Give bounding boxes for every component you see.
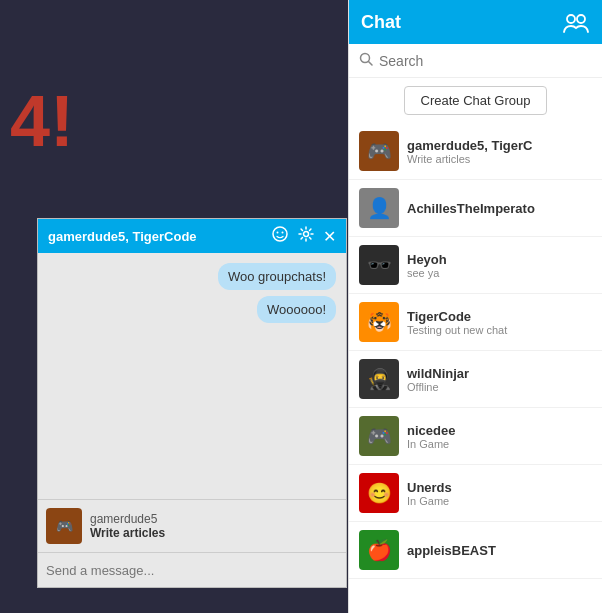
chat-item[interactable]: 🎮 nicedee In Game — [349, 408, 602, 465]
chat-info: nicedee In Game — [407, 423, 592, 450]
chat-panel: Chat Create Chat Group 🎮 gamerdude5, — [348, 0, 602, 613]
chat-item[interactable]: 🎮 gamerdude5, TigerC Write articles — [349, 123, 602, 180]
avatar: 👤 — [359, 188, 399, 228]
chat-info: AchillesTheImperato — [407, 201, 592, 216]
chat-window-header: gamerdude5, TigerCode ✕ — [38, 219, 346, 253]
search-input[interactable] — [379, 53, 592, 69]
chat-status: Write articles — [407, 153, 592, 165]
user-status: Write articles — [90, 526, 165, 540]
chat-status: Offline — [407, 381, 592, 393]
settings-icon[interactable] — [297, 225, 315, 247]
search-icon — [359, 52, 373, 69]
chat-name: AchillesTheImperato — [407, 201, 592, 216]
chat-status: see ya — [407, 267, 592, 279]
chat-name: wildNinjar — [407, 366, 592, 381]
chat-item[interactable]: 😊 Unerds In Game — [349, 465, 602, 522]
chat-info: appleisBEAST — [407, 543, 592, 558]
group-chat-icon[interactable] — [562, 8, 590, 36]
create-chat-group-button[interactable]: Create Chat Group — [404, 86, 548, 115]
close-icon[interactable]: ✕ — [323, 227, 336, 246]
svg-point-1 — [277, 232, 279, 234]
chat-window: gamerdude5, TigerCode ✕ Woo groupchats! — [37, 218, 347, 588]
chat-info: wildNinjar Offline — [407, 366, 592, 393]
avatar: 🎮 — [359, 131, 399, 171]
chat-info: gamerdude5, TigerC Write articles — [407, 138, 592, 165]
svg-point-0 — [273, 227, 287, 241]
chat-user-info: 🎮 gamerdude5 Write articles — [38, 499, 346, 552]
chat-name: appleisBEAST — [407, 543, 592, 558]
chat-header: Chat — [349, 0, 602, 44]
user-name: gamerdude5 — [90, 512, 165, 526]
chat-name: TigerCode — [407, 309, 592, 324]
avatar: 🥷 — [359, 359, 399, 399]
message-bubble: Woooooo! — [257, 296, 336, 323]
chat-name: Unerds — [407, 480, 592, 495]
message-bubble: Woo groupchats! — [218, 263, 336, 290]
chat-info: TigerCode Testing out new chat — [407, 309, 592, 336]
chat-window-controls: ✕ — [271, 225, 336, 247]
chat-info: Unerds In Game — [407, 480, 592, 507]
chat-item[interactable]: 🥷 wildNinjar Offline — [349, 351, 602, 408]
chat-status: In Game — [407, 438, 592, 450]
search-bar — [349, 44, 602, 78]
chat-window-title: gamerdude5, TigerCode — [48, 229, 197, 244]
chat-messages: Woo groupchats! Woooooo! — [38, 253, 346, 499]
chat-item[interactable]: 👤 AchillesTheImperato — [349, 180, 602, 237]
bg-number: 4! — [10, 80, 74, 162]
chat-input-bar — [38, 552, 346, 587]
svg-point-2 — [282, 232, 284, 234]
avatar: 🍎 — [359, 530, 399, 570]
avatar: 🐯 — [359, 302, 399, 342]
chat-name: nicedee — [407, 423, 592, 438]
avatar: 🕶️ — [359, 245, 399, 285]
svg-point-3 — [304, 232, 309, 237]
chat-status: Testing out new chat — [407, 324, 592, 336]
chat-name: gamerdude5, TigerC — [407, 138, 592, 153]
svg-point-4 — [567, 15, 575, 23]
chat-header-title: Chat — [361, 12, 401, 33]
chat-list: 🎮 gamerdude5, TigerC Write articles 👤 Ac… — [349, 123, 602, 613]
chat-info: Heyoh see ya — [407, 252, 592, 279]
chat-item[interactable]: 🍎 appleisBEAST — [349, 522, 602, 579]
avatar: 🎮 — [359, 416, 399, 456]
message-input[interactable] — [46, 563, 338, 578]
chat-item[interactable]: 🕶️ Heyoh see ya — [349, 237, 602, 294]
avatar: 😊 — [359, 473, 399, 513]
chat-name: Heyoh — [407, 252, 592, 267]
svg-line-7 — [369, 62, 373, 66]
emoji-icon[interactable] — [271, 225, 289, 247]
svg-point-5 — [577, 15, 585, 23]
user-avatar: 🎮 — [46, 508, 82, 544]
user-details: gamerdude5 Write articles — [90, 512, 165, 540]
chat-status: In Game — [407, 495, 592, 507]
chat-item[interactable]: 🐯 TigerCode Testing out new chat — [349, 294, 602, 351]
